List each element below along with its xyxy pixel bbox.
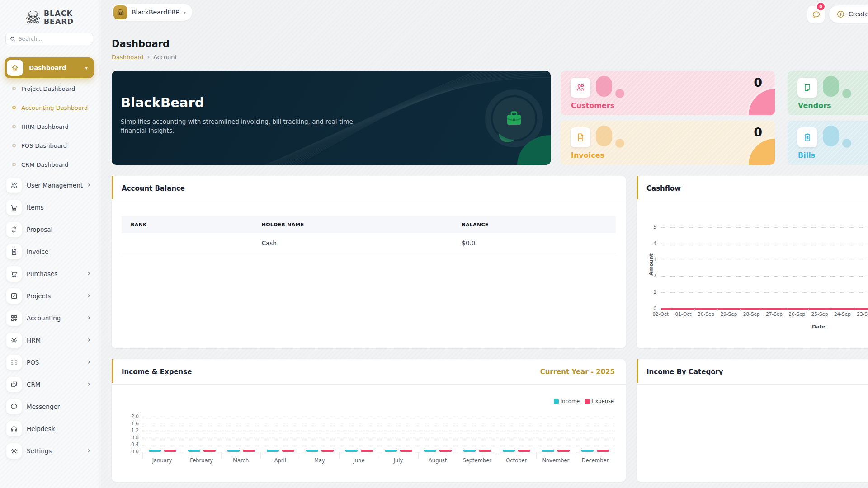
chevron-right-icon: › xyxy=(88,337,90,343)
sidebar-sub-item-accounting-dashboard[interactable]: Accounting Dashboard xyxy=(0,98,99,117)
axis-tick xyxy=(831,309,831,311)
x-axis-tick-label: 28-Sep xyxy=(741,311,762,317)
brand-name: BLACK BEARD xyxy=(44,9,74,26)
sidebar-sub-item-crm-dashboard[interactable]: CRM Dashboard xyxy=(0,155,99,174)
chevron-right-icon: › xyxy=(88,182,90,188)
sidebar-item-label: Messenger xyxy=(27,403,99,410)
breadcrumb-home-link[interactable]: Dashboard xyxy=(112,54,144,61)
messenger-icon xyxy=(6,399,22,414)
y-axis-tick-label: 0.8 xyxy=(123,435,139,440)
workspace-name: BlackBeardERP xyxy=(132,9,179,16)
expense-bar xyxy=(203,450,216,452)
income-bar xyxy=(542,450,554,452)
sidebar-item-user-management[interactable]: User Management› xyxy=(0,174,99,196)
expense-bar xyxy=(164,450,176,452)
bullet-icon xyxy=(12,87,16,90)
vendors-icon xyxy=(797,78,817,98)
breadcrumb-separator: › xyxy=(147,53,150,61)
cart-icon xyxy=(6,200,22,215)
sidebar-sub-item-pos-dashboard[interactable]: POS Dashboard xyxy=(0,136,99,155)
table-column-header: BANK xyxy=(122,222,253,228)
income-bar xyxy=(503,450,515,452)
sidebar-item-label: Projects xyxy=(27,292,88,300)
page-title: Dashboard xyxy=(112,38,170,49)
sidebar-item-helpdesk[interactable]: Helpdesk xyxy=(0,418,99,440)
sidebar-item-invoice[interactable]: Invoice xyxy=(0,240,99,263)
sidebar-item-hrm[interactable]: HRM› xyxy=(0,329,99,351)
x-axis-tick-label: September xyxy=(458,457,496,464)
x-axis-tick-label: 24-Sep xyxy=(831,311,853,317)
sidebar-sub-item-hrm-dashboard[interactable]: HRM Dashboard xyxy=(0,117,99,136)
workspace-switcher[interactable]: ☠ BlackBeardERP ▾ xyxy=(112,4,192,21)
y-axis-tick-label: 0.0 xyxy=(123,449,139,454)
sidebar-item-projects[interactable]: Projects› xyxy=(0,285,99,307)
workspace-avatar: ☠ xyxy=(113,5,127,19)
briefcase-icon xyxy=(493,97,535,140)
sidebar-item-items[interactable]: Items xyxy=(0,196,99,218)
chevron-right-icon: › xyxy=(88,270,90,277)
purchases-icon xyxy=(6,266,22,282)
decorative-blob xyxy=(596,126,612,146)
axis-tick xyxy=(339,452,340,459)
sidebar-sub-items: Project DashboardAccounting DashboardHRM… xyxy=(0,79,99,174)
corner-shape xyxy=(747,87,775,115)
decorative-blob xyxy=(823,76,839,97)
brand-line1: BLACK xyxy=(44,9,73,18)
sidebar-main-items: User Management›ItemsProposalInvoicePurc… xyxy=(0,174,99,462)
table-body: Cash$0.0 xyxy=(122,233,616,253)
stat-card-invoices[interactable]: 0Invoices xyxy=(561,121,775,165)
table-column-header: HOLDER NAME xyxy=(253,222,453,228)
bills-icon xyxy=(797,127,817,147)
sidebar-item-dashboard[interactable]: Dashboard ▾ xyxy=(5,57,94,78)
legend-label: Income xyxy=(561,398,580,404)
gridline xyxy=(661,292,868,293)
expense-bar xyxy=(400,450,412,452)
expense-bar xyxy=(479,450,491,452)
legend-swatch xyxy=(554,399,559,404)
expense-bar xyxy=(282,450,294,452)
expense-bar xyxy=(321,450,334,452)
create-workspace-button[interactable]: Create Wo xyxy=(829,5,868,23)
x-axis-tick-label: November xyxy=(537,457,575,464)
stat-card-customers[interactable]: 0Customers xyxy=(561,71,775,115)
axis-tick xyxy=(142,452,143,459)
x-axis-tick-label: January xyxy=(143,457,181,464)
y-axis-tick-label: 2.0 xyxy=(123,413,139,419)
helpdesk-icon xyxy=(6,421,22,436)
settings-icon xyxy=(6,443,22,459)
income-bar xyxy=(306,450,318,452)
sidebar-item-purchases[interactable]: Purchases› xyxy=(0,263,99,285)
decorative-blob xyxy=(823,126,839,146)
sidebar-item-crm[interactable]: CRM› xyxy=(0,373,99,395)
sidebar-sub-item-label: HRM Dashboard xyxy=(21,123,69,130)
y-axis-tick-label: 5 xyxy=(641,224,656,230)
income-expense-title: Income & Expense xyxy=(122,368,192,376)
sidebar-item-proposal[interactable]: Proposal xyxy=(0,218,99,240)
table-header-row: BANKHOLDER NAMEBALANCE xyxy=(122,216,616,233)
stat-card-bills[interactable]: Bills xyxy=(788,121,868,165)
income-expense-year: Current Year - 2025 xyxy=(540,368,615,376)
sidebar-item-pos[interactable]: POS› xyxy=(0,351,99,373)
sidebar-item-settings[interactable]: Settings› xyxy=(0,440,99,462)
x-axis-tick-label: 25-Sep xyxy=(809,311,830,317)
search-icon xyxy=(9,36,16,42)
panel-header: Account Balance xyxy=(112,176,626,201)
account-balance-title: Account Balance xyxy=(122,184,185,192)
search-input[interactable] xyxy=(19,36,86,42)
sidebar-item-accounting[interactable]: Accounting› xyxy=(0,307,99,329)
sidebar-item-messenger[interactable]: Messenger xyxy=(0,395,99,418)
sidebar-sub-item-project-dashboard[interactable]: Project Dashboard xyxy=(0,79,99,98)
axis-tick xyxy=(763,309,763,311)
skull-logo-icon: ☠ xyxy=(25,9,41,27)
sidebar-item-label: Proposal xyxy=(27,226,99,233)
sidebar-search[interactable] xyxy=(5,33,93,45)
axis-tick xyxy=(576,452,576,459)
legend-item-expense[interactable]: Expense xyxy=(585,398,614,404)
bullet-icon xyxy=(12,144,16,147)
stat-card-vendors[interactable]: Vendors xyxy=(788,71,868,115)
x-axis-tick-label: 02-Oct xyxy=(650,311,671,317)
table-cell: Cash xyxy=(253,239,453,247)
axis-tick xyxy=(221,452,222,459)
x-axis-tick-label: 01-Oct xyxy=(672,311,694,317)
legend-item-income[interactable]: Income xyxy=(554,398,580,404)
